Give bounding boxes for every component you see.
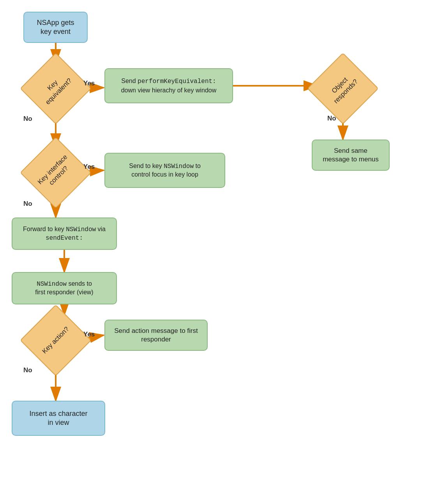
key-interface-yes-label: Yes	[83, 163, 95, 171]
send-same-box: Send samemessage to menus	[312, 140, 390, 171]
key-equivalent-diamond: Keyequivalent?	[30, 63, 81, 114]
send-action-label: Send action message to first responder	[111, 327, 201, 344]
send-same-label: Send samemessage to menus	[323, 147, 379, 164]
key-interface-diamond: Key interfacecontrol?	[30, 147, 81, 198]
nswindow-sends-label: NSWindow sends tofirst responder (view)	[35, 280, 93, 297]
key-action-diamond: Key action?	[30, 315, 81, 366]
nsapp-label: NSApp gets key event	[37, 18, 74, 37]
key-action-yes-label: Yes	[83, 331, 95, 338]
object-responds-diamond: Objectresponds?	[318, 63, 368, 114]
send-nswindow-focus-box: Send to key NSWindow tocontrol focus in …	[104, 153, 225, 188]
send-perform-box: Send performKeyEquivalent:down view hier…	[104, 68, 233, 103]
send-nswindow-focus-label: Send to key NSWindow tocontrol focus in …	[129, 162, 201, 179]
nswindow-sends-box: NSWindow sends tofirst responder (view)	[12, 272, 117, 304]
insert-char-box: Insert as characterin view	[12, 401, 105, 436]
flowchart: NSApp gets key event Keyequivalent? Yes …	[0, 0, 422, 504]
send-action-box: Send action message to first responder	[104, 320, 208, 351]
insert-char-label: Insert as characterin view	[29, 409, 87, 428]
send-perform-label: Send performKeyEquivalent:down view hier…	[121, 77, 217, 95]
forward-sendevent-label: Forward to key NSWindow viasendEvent:	[23, 225, 106, 242]
forward-sendevent-box: Forward to key NSWindow viasendEvent:	[12, 218, 117, 250]
key-equivalent-yes-label: Yes	[83, 80, 95, 87]
object-responds-no-label: No	[327, 115, 336, 122]
key-equivalent-no-label: No	[23, 115, 32, 123]
nsapp-box: NSApp gets key event	[23, 12, 88, 43]
key-interface-no-label: No	[23, 200, 32, 208]
key-action-no-label: No	[23, 366, 32, 374]
